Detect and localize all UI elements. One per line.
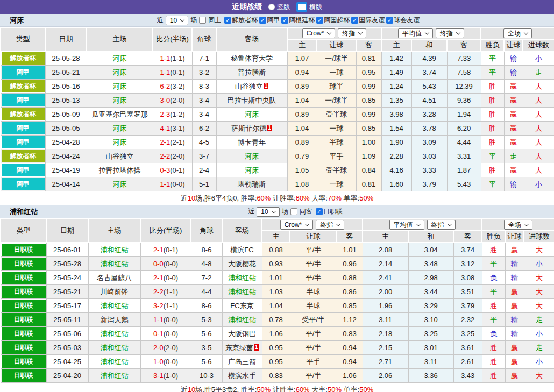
scope-select[interactable]: 全场: [503, 28, 532, 38]
date-cell: 25-05-28: [46, 257, 88, 271]
score-cell: 3-1(1-0): [140, 369, 191, 383]
avg-home-odds: 2.00: [363, 285, 408, 299]
avg-away-odds: 3.79: [453, 299, 482, 313]
date-cell: 25-04-24: [45, 149, 87, 163]
result-outcome: 平: [481, 149, 504, 163]
score-cell: 0-0(0-0): [140, 257, 191, 271]
avg-draw-odds: 3.25: [408, 327, 453, 341]
avg-away-odds: 3.08: [453, 271, 482, 285]
league-badge: 阿甲: [2, 136, 45, 148]
red-card-badge: 1: [254, 344, 259, 351]
result-goals: 小: [524, 355, 554, 369]
avg-home-odds: 2.41: [363, 271, 408, 285]
result-handicap: 输: [505, 257, 524, 271]
filter-bar: 近 10 场 同客 ✓日职联: [248, 207, 343, 217]
avg-home-odds: 2.06: [363, 369, 408, 383]
crow-home-odds: 1.07: [287, 51, 317, 66]
vertical-radio-icon[interactable]: [268, 4, 275, 10]
league-filter-checkbox[interactable]: ✓: [316, 17, 323, 24]
away-team-cell: 秘鲁体育大学: [216, 51, 287, 66]
result-handicap: 输: [504, 66, 523, 80]
final-odds-select[interactable]: 终指: [316, 220, 344, 230]
league-cell: 日职联: [1, 327, 46, 341]
col-crow-away: 客: [337, 231, 363, 243]
crow-away-odds: 0.84: [356, 163, 381, 177]
league-filter-label: 阿根廷杯: [289, 16, 315, 25]
corners-cell: 5-1: [192, 177, 216, 191]
result-handicap: 赢: [505, 285, 524, 299]
recent-count-select[interactable]: 10: [257, 207, 279, 217]
league-badge: 日职联: [2, 369, 46, 382]
col-score: 比分(半场): [140, 219, 191, 243]
date-cell: 25-05-05: [45, 122, 87, 136]
final-average-select[interactable]: 终指: [427, 220, 456, 230]
scope-select[interactable]: 全场: [504, 220, 532, 230]
result-goals: 大: [523, 163, 554, 177]
league-filter-checkbox[interactable]: ✓: [259, 17, 266, 24]
crow-away-odds: 1.09: [356, 149, 381, 163]
match-row: 日职联25-05-11新泻天鹅1-1(0-0)5-3浦和红钻0.78受平/半1.…: [1, 313, 554, 327]
away-team-cell: 浦和红钻: [222, 271, 262, 285]
result-outcome: 胜: [482, 369, 505, 383]
corners-cell: 4-5: [192, 136, 216, 149]
score-cell: 1-0(0-0): [140, 355, 191, 369]
result-group-header: 全场: [481, 27, 554, 39]
league-filter-checkbox[interactable]: ✓: [281, 17, 288, 24]
layout-option-vertical[interactable]: 竖版: [268, 3, 290, 12]
result-outcome: 负: [482, 271, 505, 285]
league-filter-checkbox[interactable]: ✓: [316, 208, 323, 215]
result-goals: 小: [523, 51, 554, 66]
recent-results-page: 近期战绩 竖版 横版 河床 近 10 场 同主 ✓解放者杯✓阿甲✓阿根廷杯✓阿国…: [0, 0, 554, 392]
away-team-cell: 普拉腾斯: [216, 66, 287, 80]
league-badge: 日职联: [2, 313, 46, 326]
avg-draw-odds: 3.03: [411, 149, 447, 163]
recent-count-select[interactable]: 10: [166, 16, 188, 25]
crow-home-odds: 0.78: [262, 313, 290, 327]
avg-draw-odds: 3.04: [408, 243, 453, 257]
avg-away-odds: 3.74: [453, 243, 482, 257]
league-filter-checkbox[interactable]: ✓: [224, 17, 231, 24]
vertical-radio-label: 竖版: [277, 3, 290, 12]
layout-option-horizontal[interactable]: 横版: [296, 2, 322, 12]
crow-handicap: 一/球半: [317, 94, 356, 108]
horizontal-radio-icon[interactable]: [296, 2, 307, 12]
odds-source-select[interactable]: Crow*: [302, 28, 336, 38]
home-team-cell: 河床: [87, 51, 153, 66]
average-select[interactable]: 平均值: [398, 28, 433, 38]
crow-handicap: 平手: [317, 149, 356, 163]
match-row: 日职联25-04-20浦和红钻3-1(1-0)10-3横滨水手0.83平/半1.…: [1, 369, 554, 383]
team-name: 浦和红钻: [10, 207, 38, 217]
filter-bar: 近 10 场 同主 ✓解放者杯✓阿甲✓阿根廷杯✓阿国超杯✓国际友谊✓球会友谊: [157, 16, 421, 25]
result-outcome: 胜: [482, 243, 505, 257]
corners-cell: 3-5: [191, 341, 222, 355]
chevron-down-icon: [524, 222, 529, 226]
corners-cell: 3-7: [192, 149, 216, 163]
average-select[interactable]: 平均值: [389, 220, 424, 230]
result-outcome: 胜: [481, 94, 504, 108]
league-filter-checkbox[interactable]: ✓: [386, 17, 393, 24]
score-cell: 6-2(3-2): [153, 80, 192, 94]
final-odds-select[interactable]: 终指: [338, 28, 366, 38]
home-team-cell: 河床: [87, 94, 153, 108]
away-team-cell: 巴拉卡斯中央队: [216, 94, 287, 108]
crow-handicap: 一/球半: [317, 51, 356, 66]
league-filter-checkbox[interactable]: ✓: [351, 17, 358, 24]
result-goals: 小: [523, 177, 554, 191]
league-filter-group: ✓日职联: [316, 207, 344, 216]
same-venue-checkbox[interactable]: [290, 208, 297, 215]
col-type: 类型: [1, 219, 46, 243]
chevron-down-icon: [425, 30, 429, 34]
corners-cell: 3-4: [192, 94, 216, 108]
avg-away-odds: 4.44: [447, 136, 481, 149]
avg-home-odds: 1.90: [381, 136, 411, 149]
avg-home-odds: 2.71: [363, 355, 408, 369]
average-group-header: 平均值 终指: [363, 219, 482, 231]
final-average-select[interactable]: 终指: [436, 28, 464, 38]
crow-home-odds: 0.95: [262, 341, 290, 355]
result-outcome: 胜: [482, 299, 505, 313]
col-result-wdl: 胜负: [481, 39, 504, 51]
same-venue-checkbox[interactable]: [199, 17, 206, 24]
crow-home-odds: 0.94: [287, 66, 317, 80]
odds-source-select[interactable]: Crow*: [280, 220, 314, 230]
crow-handicap: 受平/半: [290, 313, 337, 327]
